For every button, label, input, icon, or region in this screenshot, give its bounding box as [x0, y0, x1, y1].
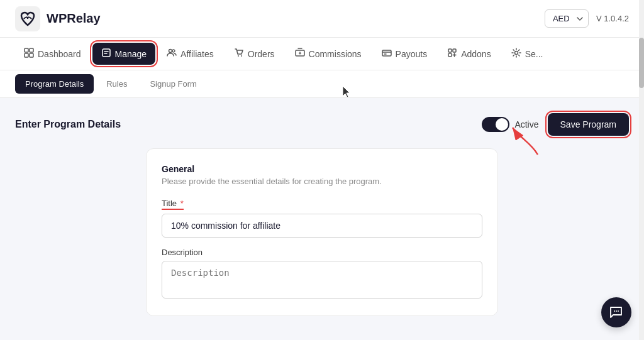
- form-section-desc: Please provide the essential details for…: [162, 177, 482, 186]
- svg-point-8: [238, 55, 239, 57]
- header: WPRelay AED USD EUR V 1.0.4.2: [0, 0, 644, 38]
- form-section-title: General: [162, 164, 482, 174]
- title-label-text: Title *: [162, 199, 184, 210]
- addons-icon: [447, 48, 457, 60]
- affiliates-icon: [167, 48, 177, 60]
- svg-rect-1: [25, 48, 28, 52]
- svg-point-17: [614, 310, 615, 312]
- nav-label-payouts: Payouts: [396, 49, 428, 59]
- logo-text: WPRelay: [47, 11, 101, 26]
- header-actions: Active Save Program: [482, 113, 629, 136]
- nav-label-manage: Manage: [115, 49, 147, 59]
- svg-rect-12: [448, 49, 452, 52]
- nav-label-settings: Se...: [525, 49, 543, 59]
- arrow-annotation: [506, 124, 544, 156]
- nav-item-affiliates[interactable]: Affiliates: [158, 43, 223, 65]
- svg-rect-14: [448, 53, 452, 57]
- main-nav: Dashboard Manage Affiliates Orders Commi…: [0, 38, 644, 70]
- svg-rect-4: [30, 53, 33, 57]
- form-card: General Please provide the essential det…: [146, 148, 498, 316]
- settings-icon: [511, 48, 521, 60]
- tab-signup-form[interactable]: Signup Form: [140, 74, 206, 94]
- svg-rect-2: [30, 48, 33, 52]
- manage-icon: [101, 48, 111, 60]
- currency-wrapper[interactable]: AED USD EUR: [545, 9, 589, 28]
- version-badge: V 1.0.4.2: [596, 14, 629, 23]
- required-indicator: *: [178, 199, 184, 208]
- svg-point-19: [618, 310, 619, 312]
- nav-label-commissions: Commissions: [309, 49, 362, 59]
- nav-item-addons[interactable]: Addons: [438, 43, 499, 65]
- nav-label-orders: Orders: [248, 49, 275, 59]
- chat-bubble-button[interactable]: [601, 297, 631, 327]
- sub-nav: Program Details Rules Signup Form: [0, 70, 644, 98]
- title-input[interactable]: [162, 214, 482, 238]
- title-field-label: Title *: [162, 199, 482, 210]
- chat-icon: [609, 305, 624, 320]
- header-right: AED USD EUR V 1.0.4.2: [545, 9, 629, 28]
- nav-item-settings[interactable]: Se...: [502, 43, 552, 65]
- nav-label-addons: Addons: [461, 49, 491, 59]
- tab-program-details[interactable]: Program Details: [15, 74, 94, 94]
- svg-point-6: [169, 50, 172, 53]
- main-content: Enter Program Details Active Save Progra…: [0, 98, 644, 340]
- nav-item-commissions[interactable]: Commissions: [286, 43, 370, 65]
- nav-label-affiliates: Affiliates: [180, 49, 214, 59]
- nav-item-dashboard[interactable]: Dashboard: [15, 43, 90, 65]
- currency-select[interactable]: AED USD EUR: [545, 9, 589, 28]
- nav-item-manage[interactable]: Manage: [92, 43, 156, 65]
- svg-point-7: [172, 50, 175, 52]
- save-program-button[interactable]: Save Program: [548, 113, 629, 136]
- logo-icon: [15, 6, 40, 31]
- description-field-label: Description: [162, 248, 482, 257]
- nav-label-dashboard: Dashboard: [38, 49, 81, 59]
- description-input[interactable]: [162, 261, 482, 299]
- svg-rect-13: [453, 49, 456, 52]
- active-toggle[interactable]: [482, 117, 509, 132]
- svg-rect-11: [382, 50, 391, 56]
- page-title: Enter Program Details: [15, 119, 121, 130]
- nav-item-orders[interactable]: Orders: [225, 43, 284, 65]
- scrollbar-thumb[interactable]: [639, 38, 644, 88]
- commissions-icon: [295, 48, 305, 60]
- svg-point-9: [241, 55, 242, 57]
- tab-rules[interactable]: Rules: [96, 74, 137, 94]
- payouts-icon: [382, 48, 392, 60]
- svg-rect-3: [25, 53, 28, 57]
- svg-rect-5: [103, 49, 110, 57]
- svg-point-18: [616, 310, 617, 312]
- svg-point-15: [514, 52, 518, 55]
- logo-area: WPRelay: [15, 6, 101, 31]
- orders-icon: [234, 48, 244, 60]
- nav-item-payouts[interactable]: Payouts: [373, 43, 436, 65]
- dashboard-icon: [24, 48, 34, 60]
